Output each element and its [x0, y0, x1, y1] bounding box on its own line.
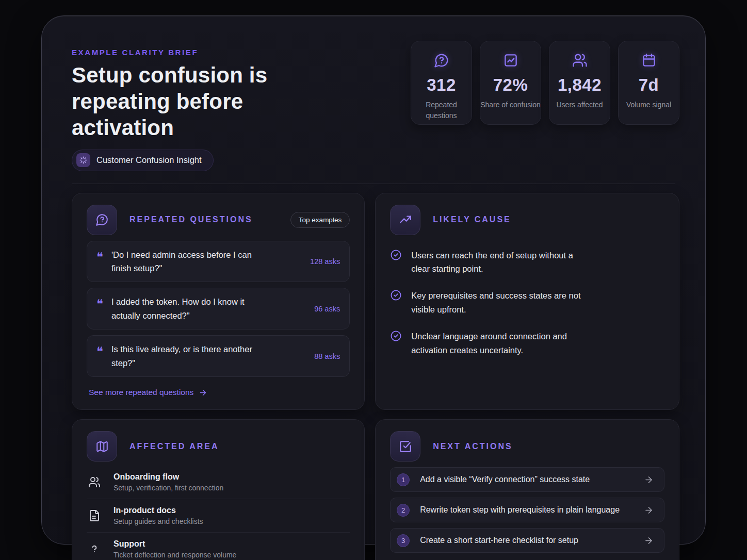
area-title: In-product docs — [113, 506, 203, 515]
area-row-support: Support Ticket deflection and response v… — [87, 533, 350, 560]
section-title: NEXT ACTIONS — [433, 442, 513, 451]
next-actions-card: NEXT ACTIONS 1 Add a visible “Verify con… — [375, 419, 679, 560]
area-text: Onboarding flow Setup, verification, fir… — [113, 472, 223, 492]
arrow-right-icon — [644, 475, 654, 485]
repeated-questions-card: REPEATED QUESTIONS Top examples ❝ 'Do I … — [72, 193, 365, 410]
users-icon — [88, 476, 101, 488]
users-icon — [572, 53, 588, 68]
question-text: I added the token. How do I know it actu… — [111, 295, 262, 322]
stat-value: 72% — [493, 75, 528, 95]
header-text-block: EXAMPLE CLARITY BRIEF Setup confusion is… — [72, 41, 340, 171]
question-text: Is this live already, or is there anothe… — [111, 342, 262, 370]
area-rows: Onboarding flow Setup, verification, fir… — [87, 466, 350, 560]
question-item[interactable]: ❝ Is this live already, or is there anot… — [87, 335, 350, 377]
stat-share-of-confusion: 72% Share of confusion — [480, 41, 541, 125]
step-number-badge: 3 — [397, 534, 410, 547]
action-row[interactable]: 2 Rewrite token step with prerequisites … — [390, 498, 664, 522]
checkbox-check-icon — [390, 431, 420, 462]
question-item[interactable]: ❝ I added the token. How do I know it ac… — [87, 288, 350, 330]
arrow-right-icon — [644, 505, 654, 515]
check-circle-icon — [390, 330, 402, 357]
stat-value: 7d — [639, 75, 659, 95]
area-subtitle: Setup, verification, first connection — [113, 484, 223, 492]
action-label: Add a visible “Verify connection” succes… — [420, 475, 590, 484]
question-bubble-icon — [87, 205, 117, 235]
stat-repeated-questions: 312 Repeated questions — [411, 41, 472, 125]
stat-label: Repeated questions — [411, 100, 472, 121]
cause-list: Users can reach the end of setup without… — [390, 249, 664, 357]
area-subtitle: Ticket deflection and response volume — [113, 551, 236, 559]
page-title: Setup confusion is repeating before acti… — [72, 62, 340, 141]
sparkle-burst-icon — [76, 153, 90, 167]
area-row-onboarding: Onboarding flow Setup, verification, fir… — [87, 466, 350, 499]
top-examples-pill[interactable]: Top examples — [290, 212, 350, 228]
cause-item: Key prerequisites and success states are… — [390, 289, 664, 316]
quote-icon: ❝ — [96, 298, 103, 310]
likely-cause-card: LIKELY CAUSE Users can reach the end of … — [375, 193, 679, 410]
stat-volume-signal: 7d Volume signal — [618, 41, 679, 125]
clarity-brief-card: EXAMPLE CLARITY BRIEF Setup confusion is… — [41, 15, 706, 545]
repeated-questions-header: REPEATED QUESTIONS Top examples — [87, 205, 350, 235]
cause-item: Unclear language around connection and a… — [390, 330, 664, 357]
calendar-icon — [641, 53, 657, 68]
see-more-link[interactable]: See more repeated questions — [89, 388, 350, 397]
cause-text: Unclear language around connection and a… — [411, 330, 584, 357]
check-circle-icon — [390, 289, 402, 316]
cause-text: Key prerequisites and success states are… — [411, 289, 584, 316]
document-icon — [88, 509, 101, 522]
arrow-right-icon — [199, 388, 207, 397]
insight-badge: Customer Confusion Insight — [72, 150, 214, 171]
area-text: In-product docs Setup guides and checkli… — [113, 506, 203, 525]
section-title: REPEATED QUESTIONS — [129, 215, 253, 224]
stat-label: Share of confusion — [480, 100, 541, 110]
stats-row: 312 Repeated questions 72% Share of conf… — [411, 41, 679, 125]
asks-count: 96 asks — [314, 305, 340, 313]
area-title: Onboarding flow — [113, 472, 223, 482]
quote-icon: ❝ — [96, 345, 103, 358]
action-label: Create a short start-here checklist for … — [420, 536, 578, 545]
next-actions-header: NEXT ACTIONS — [390, 431, 664, 462]
insight-badge-label: Customer Confusion Insight — [96, 155, 202, 165]
area-subtitle: Setup guides and checklists — [113, 517, 203, 525]
content-grid: REPEATED QUESTIONS Top examples ❝ 'Do I … — [72, 193, 679, 560]
stat-value: 1,842 — [558, 75, 602, 95]
section-title: AFFECTED AREA — [129, 442, 219, 451]
trending-up-icon — [390, 205, 420, 235]
check-circle-icon — [390, 249, 402, 276]
question-bubble-icon — [434, 53, 449, 68]
stat-value: 312 — [427, 75, 456, 95]
stat-users-affected: 1,842 Users affected — [549, 41, 610, 125]
area-title: Support — [113, 539, 236, 549]
area-row-docs: In-product docs Setup guides and checkli… — [87, 499, 350, 533]
action-label: Rewrite token step with prerequisites in… — [420, 505, 620, 515]
header: EXAMPLE CLARITY BRIEF Setup confusion is… — [72, 41, 679, 171]
chart-square-icon — [503, 53, 518, 68]
action-row[interactable]: 1 Add a visible “Verify connection” succ… — [390, 467, 664, 492]
map-icon — [87, 431, 117, 462]
stat-label: Volume signal — [626, 100, 671, 110]
arrow-right-icon — [644, 536, 654, 546]
affected-area-card: AFFECTED AREA Onboarding flow Setup, ver… — [72, 419, 365, 560]
affected-area-header: AFFECTED AREA — [87, 431, 350, 462]
cause-text: Users can reach the end of setup without… — [411, 249, 584, 276]
asks-count: 88 asks — [314, 352, 340, 360]
cause-item: Users can reach the end of setup without… — [390, 249, 664, 276]
section-title: LIKELY CAUSE — [433, 215, 511, 224]
question-text: 'Do I need admin access before I can fin… — [111, 248, 262, 275]
area-text: Support Ticket deflection and response v… — [113, 539, 236, 559]
eyebrow-label: EXAMPLE CLARITY BRIEF — [72, 48, 340, 57]
step-number-badge: 2 — [397, 504, 410, 517]
asks-count: 128 asks — [310, 257, 340, 266]
question-item[interactable]: ❝ 'Do I need admin access before I can f… — [87, 241, 350, 283]
action-row[interactable]: 3 Create a short start-here checklist fo… — [390, 528, 664, 553]
header-divider — [72, 184, 675, 184]
question-mark-icon — [88, 543, 101, 555]
quote-icon: ❝ — [96, 251, 103, 263]
see-more-label: See more repeated questions — [89, 388, 193, 397]
stat-label: Users affected — [556, 100, 603, 110]
step-number-badge: 1 — [397, 473, 410, 486]
likely-cause-header: LIKELY CAUSE — [390, 205, 664, 235]
